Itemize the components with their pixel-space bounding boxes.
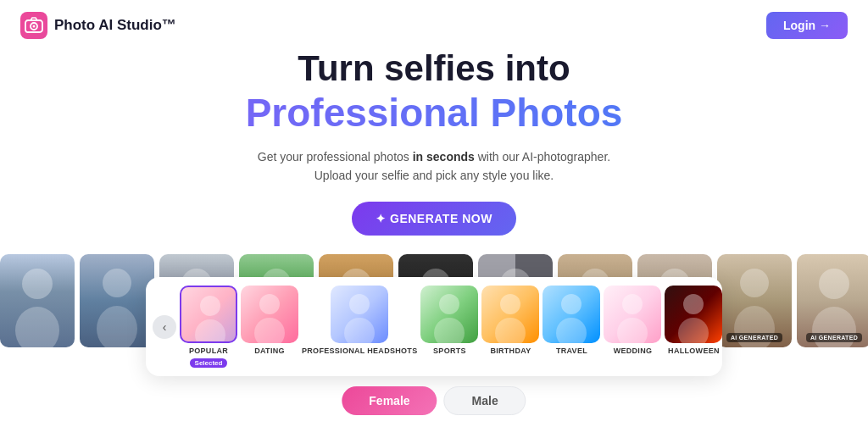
svg-point-34 (349, 294, 370, 314)
category-label: WEDDING (614, 347, 653, 355)
category-item-travel[interactable]: TRAVEL (542, 286, 600, 355)
category-label: POPULAR (189, 347, 228, 355)
categories-section: ‹ POPULARSelectedDATINGPROFESSIONAL HEAD… (146, 277, 722, 376)
svg-point-38 (500, 294, 520, 314)
category-item-birthday[interactable]: BIRTHDAY (481, 286, 539, 355)
hero-title-top: Turn selfies into (0, 47, 868, 90)
category-thumb (604, 286, 661, 343)
category-item-sports[interactable]: SPORTS (420, 286, 478, 355)
photo-card (80, 254, 154, 347)
svg-point-33 (254, 318, 285, 343)
male-button[interactable]: Male (444, 386, 526, 415)
category-thumb (665, 286, 722, 343)
subtitle-bold: in seconds (413, 150, 475, 164)
category-item-popular[interactable]: POPULARSelected (180, 286, 237, 368)
svg-point-3 (33, 25, 36, 28)
gender-section: Female Male (342, 386, 526, 415)
subtitle-text2: with our AI-photographer. (475, 150, 610, 164)
female-button[interactable]: Female (342, 386, 437, 415)
photo-badge: AI GENERATED (806, 333, 862, 342)
svg-point-6 (103, 269, 131, 297)
category-label: TRAVEL (556, 347, 587, 355)
svg-point-37 (434, 318, 465, 343)
category-thumb (241, 286, 298, 343)
category-selected-badge: Selected (190, 358, 228, 368)
photo-card: AI GENERATED (797, 254, 868, 347)
svg-point-41 (556, 318, 587, 343)
category-item-dating[interactable]: DATING (241, 286, 298, 355)
svg-point-35 (344, 318, 375, 343)
category-label: SPORTS (433, 347, 466, 355)
hero-title-gradient: Professional Photos (0, 90, 868, 136)
svg-point-40 (561, 294, 581, 314)
category-item-professional[interactable]: PROFESSIONAL HEADSHOTS (302, 286, 417, 355)
category-thumb (180, 286, 237, 343)
photo-card: AI GENERATED (717, 254, 792, 347)
generate-button[interactable]: ✦ GENERATE NOW (352, 202, 516, 236)
svg-point-44 (683, 294, 704, 314)
svg-point-39 (495, 318, 526, 343)
svg-point-43 (617, 318, 648, 343)
logo: Photo AI Studio™ (20, 12, 176, 39)
svg-point-24 (819, 269, 849, 299)
category-thumb (420, 286, 478, 343)
svg-point-31 (195, 319, 225, 343)
category-thumb (481, 286, 539, 343)
category-label: DATING (254, 347, 285, 355)
photo-badge: AI GENERATED (726, 333, 782, 342)
svg-point-7 (97, 306, 137, 347)
category-thumb (331, 286, 388, 343)
svg-point-32 (259, 294, 280, 314)
login-button[interactable]: Login → (766, 12, 848, 39)
svg-point-42 (622, 294, 643, 314)
hero-subtitle: Get your professional photos in seconds … (0, 147, 868, 186)
subtitle-text3: Upload your selfie and pick any style yo… (314, 169, 554, 182)
svg-point-5 (15, 307, 59, 347)
logo-text: Photo AI Studio™ (54, 17, 176, 34)
svg-point-36 (439, 294, 459, 314)
svg-point-45 (678, 318, 709, 343)
svg-point-4 (22, 269, 53, 299)
category-thumb (542, 286, 600, 343)
categories-prev-button[interactable]: ‹ (153, 315, 176, 339)
category-label: PROFESSIONAL HEADSHOTS (302, 347, 417, 355)
svg-point-22 (740, 269, 769, 297)
category-item-wedding[interactable]: WEDDING (604, 286, 661, 355)
header: Photo AI Studio™ Login → (0, 0, 868, 51)
photo-card (0, 254, 75, 347)
category-label: BIRTHDAY (490, 347, 531, 355)
logo-icon (20, 12, 47, 39)
category-label: HALLOWEEN (668, 347, 720, 355)
category-item-halloween[interactable]: HALLOWEEN (665, 286, 722, 355)
subtitle-text1: Get your professional photos (258, 150, 413, 164)
svg-point-30 (200, 296, 220, 316)
